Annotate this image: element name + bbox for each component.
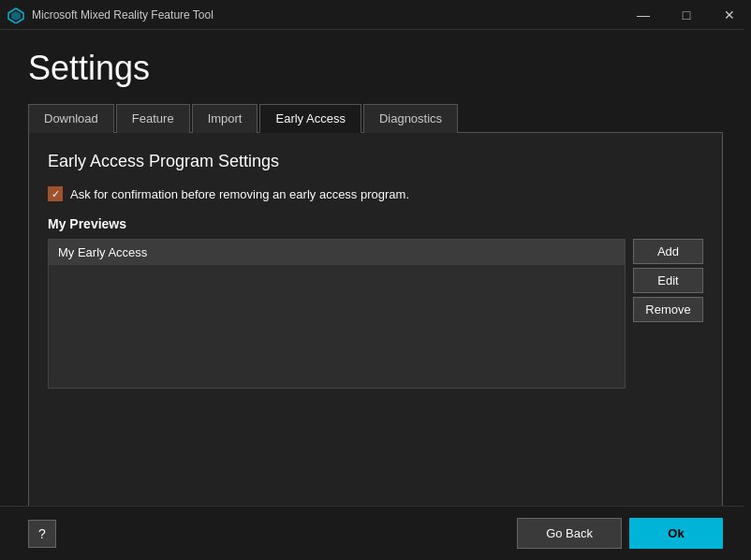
title-bar-left: Microsoft Mixed Reality Feature Tool — [7, 7, 214, 23]
list-buttons: Add Edit Remove — [633, 239, 703, 322]
tab-early-access[interactable]: Early Access — [259, 104, 361, 133]
main-content: Settings Download Feature Import Early A… — [0, 30, 751, 560]
confirmation-checkbox[interactable]: ✓ — [48, 186, 63, 201]
app-icon — [7, 7, 24, 23]
list-item[interactable]: My Early Access — [49, 240, 625, 265]
section-title: Early Access Program Settings — [48, 152, 703, 171]
checkbox-row: ✓ Ask for confirmation before removing a… — [48, 186, 703, 201]
page-title: Settings — [28, 49, 723, 88]
sub-section-title: My Previews — [48, 216, 703, 231]
tab-download[interactable]: Download — [28, 104, 114, 133]
svg-marker-1 — [11, 11, 21, 21]
tab-bar: Download Feature Import Early Access Dia… — [28, 103, 723, 133]
maximize-button[interactable]: □ — [665, 0, 708, 30]
confirmation-label: Ask for confirmation before removing an … — [70, 187, 409, 201]
add-button[interactable]: Add — [633, 239, 703, 264]
tab-feature[interactable]: Feature — [116, 104, 190, 133]
ok-button[interactable]: Ok — [629, 518, 723, 549]
tab-diagnostics[interactable]: Diagnostics — [363, 104, 458, 133]
checkmark-icon: ✓ — [52, 189, 60, 199]
title-bar: Microsoft Mixed Reality Feature Tool — □… — [0, 0, 751, 30]
list-area-container: My Early Access Add Edit Remove — [48, 239, 703, 389]
remove-button[interactable]: Remove — [633, 297, 703, 322]
minimize-button[interactable]: — — [622, 0, 665, 30]
window-controls: — □ ✕ — [622, 0, 751, 30]
bottom-right-buttons: Go Back Ok — [517, 518, 723, 549]
previews-list[interactable]: My Early Access — [48, 239, 626, 389]
go-back-button[interactable]: Go Back — [517, 518, 622, 549]
bottom-bar: ? Go Back Ok — [0, 506, 751, 560]
help-button[interactable]: ? — [28, 520, 56, 548]
edit-button[interactable]: Edit — [633, 268, 703, 293]
tab-panel-early-access: Early Access Program Settings ✓ Ask for … — [28, 133, 723, 541]
scrollbar — [744, 0, 751, 560]
tab-import[interactable]: Import — [192, 104, 258, 133]
app-title: Microsoft Mixed Reality Feature Tool — [32, 8, 214, 22]
